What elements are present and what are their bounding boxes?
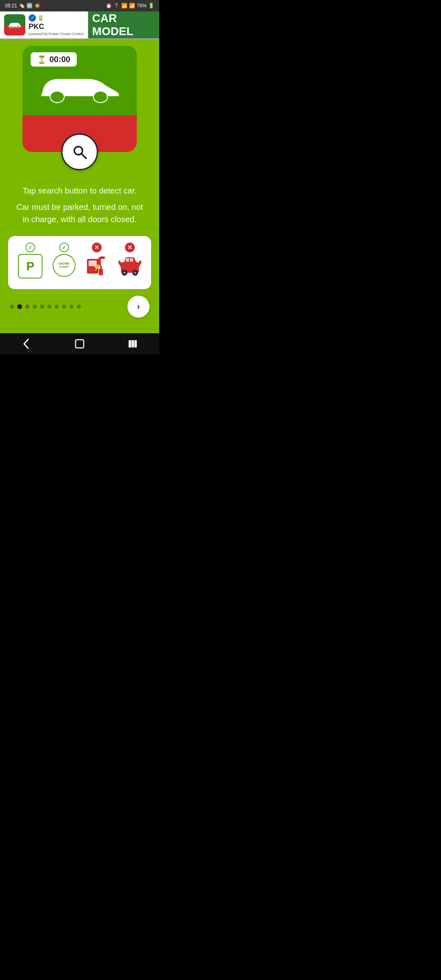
card-top-green: ⏳ 00:00 [22, 46, 137, 115]
app-logo-icon [4, 14, 25, 36]
checkmark-badge: ✓ [29, 14, 36, 22]
svg-point-6 [97, 94, 104, 100]
bottom-nav [0, 333, 159, 354]
svg-rect-27 [131, 340, 134, 347]
pagination-dot-1[interactable] [17, 304, 22, 309]
back-button[interactable] [16, 335, 37, 353]
instruction-line2: Car must be parked, turned on, not in ch… [12, 201, 147, 225]
pagination-dot-7[interactable] [62, 305, 66, 309]
requirements-card: ✓ P ✓ ENGINESTART ✕ [8, 236, 151, 289]
search-button[interactable] [61, 134, 98, 170]
app-header: ✓ 🔋 PKC powered by Power Cruise Control … [0, 11, 159, 39]
engine-text: ENGINESTART [58, 262, 69, 268]
pkc-logo-row: ✓ 🔋 [29, 14, 44, 22]
svg-point-1 [10, 26, 12, 28]
signal-icon: 📶 [129, 3, 135, 9]
svg-text:⚡: ⚡ [93, 263, 101, 271]
timer-display: 00:00 [49, 55, 70, 64]
pagination-dot-5[interactable] [47, 305, 51, 309]
battery-display: 76% [137, 3, 147, 9]
alarm-icon: ⏰ [106, 3, 112, 9]
status-right: ⏰ 📍 📶 📶 76% 🔋 [106, 3, 154, 9]
svg-point-2 [17, 26, 19, 28]
pagination-dot-3[interactable] [33, 305, 37, 309]
doors-status: ✕ [125, 243, 135, 252]
instructions-section: Tap search button to detect car. Car mus… [8, 185, 151, 229]
logo-text-area: ✓ 🔋 PKC powered by Power Cruise Control [29, 14, 84, 36]
pagination-dots [10, 304, 81, 309]
next-button[interactable]: › [127, 296, 149, 318]
car-logo-svg [7, 22, 22, 29]
charge-icon: ⚡ [85, 254, 108, 283]
timer-badge: ⏳ 00:00 [31, 52, 77, 67]
powered-by-text: powered by Power Cruise Control [29, 32, 84, 36]
req-item-engine: ✓ ENGINESTART [53, 243, 76, 277]
svg-rect-12 [100, 256, 105, 259]
back-icon [22, 338, 31, 350]
pagination-dot-4[interactable] [40, 305, 44, 309]
battery-icon: 🔋 [148, 3, 154, 9]
parking-p-icon: P [26, 259, 34, 273]
svg-line-8 [81, 154, 86, 158]
auto-icon: 🔤 [27, 3, 33, 9]
req-item-doors: ✕ [118, 243, 141, 280]
parking-icon-box: P [18, 254, 42, 278]
svg-rect-26 [129, 340, 131, 347]
battery-logo-icon: 🔋 [37, 15, 44, 21]
pagination-dot-9[interactable] [77, 305, 81, 309]
car-silhouette-svg [35, 73, 125, 105]
charge-status: ✕ [92, 243, 102, 252]
car-search-card: ⏳ 00:00 [22, 46, 137, 152]
doors-svg [118, 254, 141, 278]
svg-rect-25 [76, 340, 84, 348]
svg-rect-17 [126, 258, 129, 262]
main-content: ⏳ 00:00 Tap search button to detect car.… [0, 39, 159, 333]
instruction-line1: Tap search button to detect car. [12, 185, 147, 197]
svg-point-4 [54, 94, 60, 100]
logo-area: ✓ 🔋 PKC powered by Power Cruise Control [0, 11, 88, 38]
hourglass-icon: ⏳ [37, 55, 46, 64]
search-icon [71, 144, 88, 160]
brightness-icon: ☀️ [34, 3, 40, 9]
parked-status: ✓ [25, 243, 35, 252]
pagination-dot-6[interactable] [55, 305, 59, 309]
engine-start-circle: ENGINESTART [53, 254, 76, 277]
status-bar: 08:21 🏷️ 🔤 ☀️ ⏰ 📍 📶 📶 76% 🔋 [0, 0, 159, 11]
recents-button[interactable] [122, 335, 143, 353]
svg-rect-28 [134, 340, 137, 347]
req-item-parked: ✓ P [18, 243, 42, 278]
pagination-dot-2[interactable] [25, 305, 29, 309]
pagination-row: › [8, 296, 151, 318]
doors-icon [118, 254, 141, 280]
location-icon: 📍 [114, 3, 120, 9]
pkc-text: PKC [29, 22, 44, 31]
svg-rect-18 [130, 258, 133, 262]
pagination-dot-0[interactable] [10, 305, 14, 309]
page-title: CAR MODEL [88, 11, 159, 38]
wifi-icon: 📶 [121, 3, 127, 9]
pkc-icon: 🏷️ [19, 3, 25, 9]
engine-status: ✓ [59, 243, 69, 252]
status-left: 08:21 🏷️ 🔤 ☀️ [5, 3, 40, 9]
svg-point-20 [123, 272, 126, 274]
home-icon [74, 339, 85, 349]
home-button[interactable] [69, 335, 90, 353]
recents-icon [127, 339, 138, 349]
svg-point-22 [134, 272, 136, 274]
time-display: 08:21 [5, 3, 17, 9]
req-item-charge: ✕ ⚡ [85, 243, 108, 283]
pagination-dot-8[interactable] [69, 305, 74, 309]
charging-svg: ⚡ [85, 254, 108, 278]
